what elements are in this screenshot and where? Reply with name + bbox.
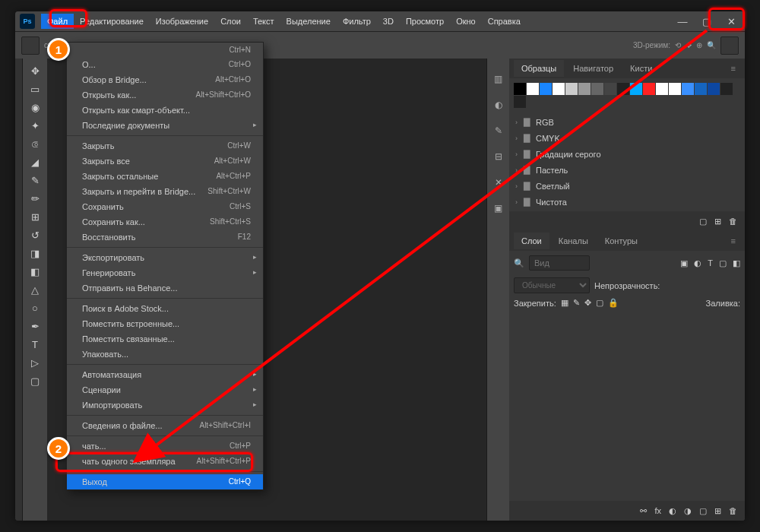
swatch[interactable]	[565, 83, 578, 95]
adjustments-icon[interactable]: ◐	[492, 100, 505, 112]
menu-item[interactable]: Упаковать...	[67, 347, 263, 362]
swatch[interactable]	[720, 83, 733, 95]
menu-item[interactable]: Закрыть и перейти в Bridge...Shift+Ctrl+…	[67, 184, 263, 199]
menu-item[interactable]: ВосстановитьF12	[67, 230, 263, 245]
menu-item[interactable]: Сохранить как...Shift+Ctrl+S	[67, 214, 263, 230]
swatch-group[interactable]: ›▇Градации серого	[515, 146, 739, 162]
heal-tool[interactable]: ✎	[24, 171, 46, 189]
lock-artboard-icon[interactable]: ▢	[596, 298, 603, 308]
mask-icon[interactable]: ◐	[669, 506, 676, 516]
properties-icon[interactable]: ▥	[492, 74, 505, 86]
pan-icon[interactable]: ✥	[686, 41, 692, 49]
move-tool[interactable]: ✥	[24, 62, 46, 80]
link-icon[interactable]: ⚯	[640, 506, 647, 516]
menu-item[interactable]: ЗакрытьCtrl+W	[67, 138, 263, 154]
swatch-group[interactable]: ›▇Светлый	[515, 178, 739, 194]
menu-item[interactable]: Обзор в Bridge...Alt+Ctrl+O	[67, 72, 263, 87]
axis-icon[interactable]: ⊕	[696, 41, 702, 49]
search-icon[interactable]: 🔍	[707, 41, 716, 49]
menu-слои[interactable]: Слои	[214, 14, 247, 29]
tab-channels[interactable]: Каналы	[551, 233, 596, 249]
swatch[interactable]	[514, 83, 526, 95]
paragraph-icon[interactable]: ✕	[492, 177, 505, 189]
menu-item[interactable]: Поиск в Adobe Stock...	[67, 301, 263, 316]
dodge-tool[interactable]: ○	[24, 299, 46, 317]
new-group-icon[interactable]: ▢	[699, 217, 707, 226]
marquee-tool[interactable]: ▭	[24, 80, 46, 98]
swatch-group[interactable]: ›▇RGB	[515, 114, 739, 130]
menu-выделение[interactable]: Выделение	[280, 14, 337, 29]
menu-просмотр[interactable]: Просмотр	[400, 14, 450, 29]
lock-all-icon[interactable]: 🔒	[608, 298, 619, 308]
home-icon[interactable]	[21, 36, 40, 55]
libraries-icon[interactable]: ▣	[492, 203, 505, 215]
menu-item[interactable]: Сценарии	[67, 382, 263, 397]
brush-panel-icon[interactable]: ✎	[492, 125, 505, 138]
menu-item[interactable]: Последние документы	[67, 118, 263, 133]
history-tool[interactable]: ↺	[24, 226, 46, 244]
menu-item[interactable]: СохранитьCtrl+S	[67, 199, 263, 214]
menu-окно[interactable]: Окно	[450, 14, 482, 29]
blend-mode-select[interactable]: Обычные	[514, 277, 590, 293]
menu-справка[interactable]: Справка	[482, 14, 527, 29]
menu-item[interactable]: Поместить связанные...	[67, 331, 263, 347]
trash-icon[interactable]: 🗑	[729, 217, 737, 226]
swatch[interactable]	[527, 83, 539, 95]
eyedropper-tool[interactable]: ◢	[24, 153, 46, 171]
gradient-tool[interactable]: ◧	[24, 262, 46, 280]
swatch[interactable]	[553, 83, 565, 95]
swatch[interactable]	[604, 83, 616, 95]
filter-adjust-icon[interactable]: ◐	[694, 258, 701, 268]
lock-position-icon[interactable]: ✎	[573, 298, 580, 308]
crop-tool[interactable]: ⟃	[24, 135, 46, 153]
swatch[interactable]	[630, 83, 642, 95]
menu-item[interactable]: Закрыть остальныеAlt+Ctrl+P	[67, 169, 263, 184]
menu-item[interactable]: Экспортировать	[67, 250, 263, 265]
menu-текст[interactable]: Текст	[247, 14, 280, 29]
swatch[interactable]	[540, 83, 552, 95]
menu-item[interactable]: О...Ctrl+O	[67, 57, 263, 72]
menu-item[interactable]: Импортировать	[67, 397, 263, 413]
fx-icon[interactable]: fx	[654, 506, 661, 515]
shape-tool[interactable]: ▢	[24, 372, 46, 390]
swatch-group[interactable]: ›▇CMYK	[515, 130, 739, 146]
path-tool[interactable]: ▷	[24, 353, 46, 372]
swatch-group[interactable]: ›▇Чистота	[515, 194, 739, 210]
menu-item[interactable]: Отправить на Behance...	[67, 280, 263, 296]
minimize-button[interactable]: —	[673, 14, 692, 29]
menu-item[interactable]: Ctrl+N	[67, 43, 263, 57]
tab-layers[interactable]: Слои	[514, 233, 549, 249]
tab-paths[interactable]: Контуры	[597, 233, 645, 249]
stamp-tool[interactable]: ⊞	[24, 207, 46, 226]
swatch[interactable]	[578, 83, 591, 95]
swatch-group[interactable]: ›▇Пастель	[515, 162, 739, 178]
menu-item[interactable]: Сведения о файле...Alt+Shift+Ctrl+I	[67, 418, 263, 433]
blur-tool[interactable]: △	[24, 280, 46, 299]
screen-mode-icon[interactable]	[720, 36, 739, 55]
tab-swatches[interactable]: Образцы	[514, 60, 564, 77]
panel-menu-icon[interactable]: ≡	[727, 64, 740, 73]
layers-menu-icon[interactable]: ≡	[727, 236, 740, 245]
menu-item[interactable]: ВыходCtrl+Q	[67, 474, 263, 489]
tab-brushes[interactable]: Кисти	[622, 60, 660, 77]
lock-pixels-icon[interactable]: ▦	[561, 298, 568, 308]
menu-изображение[interactable]: Изображение	[150, 14, 214, 29]
menu-фильтр[interactable]: Фильтр	[337, 14, 377, 29]
group-icon[interactable]: ▢	[699, 506, 707, 516]
swatch[interactable]	[643, 83, 655, 95]
menu-item[interactable]: Поместить встроенные...	[67, 316, 263, 331]
filter-smart-icon[interactable]: ◧	[733, 258, 740, 268]
swatch[interactable]	[591, 83, 603, 95]
delete-icon[interactable]: 🗑	[729, 506, 737, 515]
swatch[interactable]	[682, 83, 694, 95]
menu-item[interactable]: Автоматизация	[67, 367, 263, 382]
swatch[interactable]	[617, 83, 629, 95]
menu-item[interactable]: Генерировать	[67, 265, 263, 280]
swatch[interactable]	[695, 83, 707, 95]
new-swatch-icon[interactable]: ⊞	[714, 217, 721, 226]
swatch[interactable]	[514, 96, 526, 108]
swatch[interactable]	[656, 83, 668, 95]
pen-tool[interactable]: ✒	[24, 317, 46, 335]
filter-pixel-icon[interactable]: ▣	[680, 258, 688, 268]
menu-3d[interactable]: 3D	[377, 14, 400, 29]
